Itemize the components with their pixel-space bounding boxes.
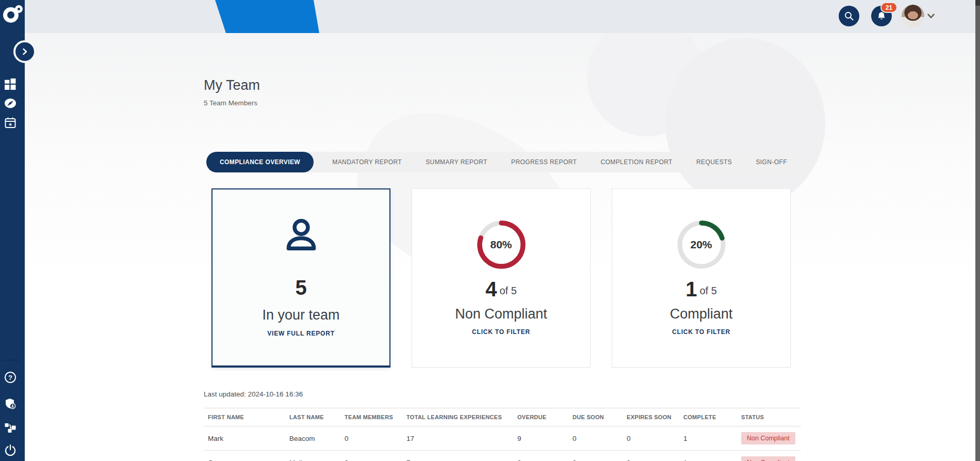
cell-complete: 1 (679, 451, 737, 461)
count-line: 1of 5 (612, 278, 790, 301)
page-title: My Team (204, 77, 260, 93)
cell-due-soon-link[interactable]: 0 (568, 426, 623, 451)
card-compliant[interactable]: 20% 1of 5 Compliant CLICK TO FILTER (612, 188, 791, 368)
vertical-scrollbar[interactable] (975, 0, 980, 461)
status-badge: Non Compliant (741, 456, 795, 461)
sidebar: ★ ? (0, 0, 25, 461)
report-tabs: COMPLIANCE OVERVIEW MANDATORY REPORT SUM… (206, 152, 807, 172)
explore-compass-icon (4, 97, 17, 109)
col-first-name: FIRST NAME (204, 408, 285, 426)
cell-status: Non Compliant (737, 426, 801, 451)
card-non-compliant[interactable]: 80% 4of 5 Non Compliant CLICK TO FILTER (412, 188, 591, 368)
tab-progress-report[interactable]: PROGRESS REPORT (506, 158, 582, 166)
sitemap-icon (5, 422, 16, 433)
tab-mandatory-report[interactable]: MANDATORY REPORT (327, 158, 407, 166)
main-content: My Team 5 Team Members COMPLIANCE OVERVI… (25, 33, 975, 461)
cell-last-name: Beacom (285, 426, 340, 451)
learnupon-logo[interactable] (2, 4, 24, 25)
profile-menu-button[interactable] (926, 11, 936, 21)
expand-sidebar-button[interactable] (13, 40, 36, 63)
sidebar-item-events[interactable]: ★ (4, 117, 17, 129)
notification-count-badge: 21 (880, 2, 897, 13)
click-to-filter-link[interactable]: CLICK TO FILTER (412, 328, 590, 336)
team-count: 5 (213, 276, 389, 299)
count-value: 1 (685, 278, 697, 300)
cell-expires-soon-link[interactable]: 0 (623, 426, 679, 451)
help-icon: ? (4, 371, 17, 384)
table-header-row: FIRST NAME LAST NAME TEAM MEMBERS TOTAL … (204, 408, 801, 426)
top-header (25, 0, 980, 33)
scrollbar-top-cap (975, 0, 980, 6)
status-badge: Non Compliant (741, 432, 795, 444)
tab-compliance-overview[interactable]: COMPLIANCE OVERVIEW (206, 152, 314, 172)
col-complete: COMPLETE (679, 408, 737, 426)
person-icon (213, 216, 389, 255)
app-window: ★ ? (0, 0, 980, 461)
dashboard-icon (5, 78, 16, 90)
cell-due-soon-link[interactable]: 0 (568, 451, 623, 461)
card-label: In your team (213, 307, 389, 323)
chevron-down-icon (926, 11, 936, 21)
power-icon (4, 444, 17, 456)
percent-label: 20% (675, 239, 728, 251)
col-overdue: OVERDUE (513, 408, 568, 426)
cell-team-members: 0 (340, 451, 402, 461)
cell-overdue-link[interactable]: 9 (513, 426, 568, 451)
last-updated-text: Last updated: 2024-10-16 16:36 (204, 390, 303, 398)
user-avatar[interactable] (902, 5, 924, 27)
search-button[interactable] (839, 6, 859, 26)
col-status: STATUS (737, 408, 801, 426)
cell-team-members: 0 (340, 426, 402, 451)
non-compliant-donut: 80% (475, 218, 528, 272)
sidebar-item-admin[interactable] (4, 398, 17, 410)
col-expires-soon: EXPIRES SOON (623, 408, 679, 426)
calendar-icon: ★ (5, 117, 16, 129)
cell-status: Non Compliant (737, 451, 801, 461)
cell-total: 17 (402, 426, 513, 451)
logo-ring-small (15, 5, 23, 13)
count-value: 4 (485, 278, 497, 300)
tab-requests[interactable]: REQUESTS (691, 158, 737, 166)
cell-complete: 1 (679, 426, 737, 451)
compliant-donut: 20% (675, 218, 728, 272)
cell-first-name: Conor (204, 451, 285, 461)
page-subtitle: 5 Team Members (204, 99, 257, 107)
svg-text:★: ★ (8, 122, 12, 127)
cell-last-name: Mullan (285, 451, 340, 461)
sidebar-item-logout[interactable] (4, 444, 17, 456)
cell-overdue-link[interactable]: 3 (513, 451, 568, 461)
sidebar-item-help[interactable]: ? (4, 371, 17, 384)
col-due-soon: DUE SOON (568, 408, 623, 426)
count-line: 4of 5 (412, 278, 590, 301)
cell-first-name: Mark (204, 426, 285, 451)
chevron-right-icon (21, 48, 28, 55)
card-label: Non Compliant (412, 306, 590, 322)
card-label: Compliant (612, 306, 790, 322)
search-icon (844, 11, 854, 21)
table-row[interactable]: Mark Beacom 0 17 9 0 0 1 Non Compliant (204, 426, 801, 451)
summary-cards: 5 In your team VIEW FULL REPORT 80% 4of … (211, 188, 791, 368)
admin-shield-icon (5, 398, 17, 410)
cell-expires-soon-link[interactable]: 0 (623, 451, 679, 461)
cell-total: 7 (402, 451, 513, 461)
svg-text:?: ? (8, 374, 12, 381)
card-in-your-team[interactable]: 5 In your team VIEW FULL REPORT (211, 188, 390, 368)
sidebar-item-explore[interactable] (4, 97, 17, 109)
col-total-learning-experiences: TOTAL LEARNING EXPERIENCES (402, 408, 513, 426)
tab-sign-off[interactable]: SIGN-OFF (750, 158, 792, 166)
click-to-filter-link[interactable]: CLICK TO FILTER (612, 328, 790, 336)
tab-completion-report[interactable]: COMPLETION REPORT (595, 158, 677, 166)
percent-label: 80% (475, 239, 528, 251)
table-row[interactable]: Conor Mullan 0 7 3 0 0 1 Non Compliant (204, 451, 801, 461)
view-full-report-link[interactable]: VIEW FULL REPORT (213, 330, 389, 337)
sidebar-item-dashboard[interactable] (4, 78, 17, 90)
header-accent-shape (215, 0, 319, 33)
sidebar-item-sitemap[interactable] (4, 421, 17, 434)
compliance-table: FIRST NAME LAST NAME TEAM MEMBERS TOTAL … (204, 408, 801, 461)
tab-summary-report[interactable]: SUMMARY REPORT (420, 158, 493, 166)
col-team-members: TEAM MEMBERS (340, 408, 402, 426)
col-last-name: LAST NAME (285, 408, 340, 426)
decorative-blob (665, 38, 825, 209)
sidebar-divider (3, 360, 20, 360)
